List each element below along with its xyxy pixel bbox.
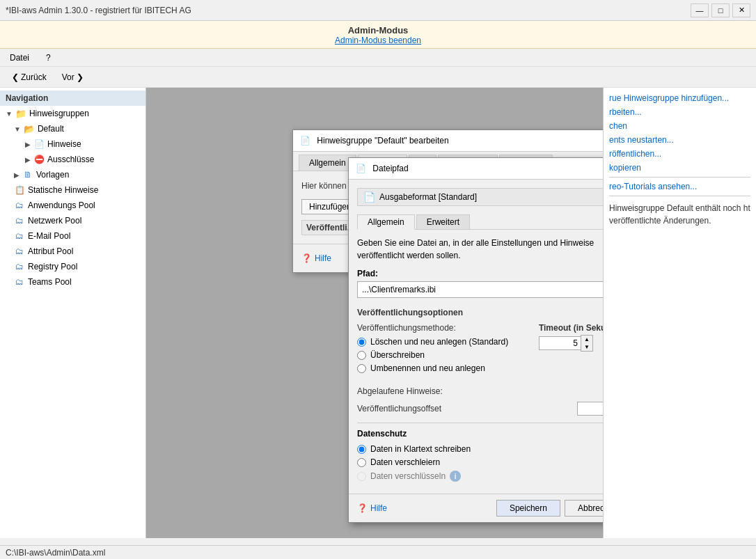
nav-label: Attribut Pool: [28, 246, 73, 256]
radio-umbenennen-input[interactable]: [357, 364, 366, 373]
radio-umbenennen-label: Umbenennen und neu anlegen: [370, 363, 485, 373]
sidebar-item-anwendungs-pool[interactable]: 🗂 Anwendungs Pool: [0, 198, 145, 213]
radio-verschlusseln-input[interactable]: [357, 472, 366, 481]
rp-link-copy[interactable]: kopieren: [609, 163, 750, 173]
offset-input[interactable]: [577, 402, 603, 416]
help-label: Hilfe: [315, 253, 331, 263]
info-icon[interactable]: i: [450, 471, 461, 482]
file-dialog-cancel-button[interactable]: Abbrechen: [565, 500, 603, 517]
main-dialog-title-bar: 📄 Hinweisgruppe "Default" bearbeiten ✕: [293, 130, 603, 152]
publish-options-heading: Veröffentlichungsoptionen: [357, 308, 603, 317]
pool-icon: 🗂: [14, 230, 25, 242]
file-dialog-title-bar: 📄 Dateipfad ✕: [349, 158, 603, 180]
output-icon: 📄: [363, 191, 375, 203]
nav-label: E-Mail Pool: [28, 231, 70, 241]
rp-link-edit[interactable]: rbeiten...: [609, 107, 750, 117]
timeout-down-button[interactable]: ▼: [581, 343, 592, 351]
nav-label: Anwendungs Pool: [28, 200, 95, 210]
file-dialog-title-text: 📄 Dateipfad: [356, 164, 409, 173]
radio-verschleiern-input[interactable]: [357, 458, 366, 467]
dialog-title-label: Hinweisgruppe "Default" bearbeiten: [317, 136, 448, 145]
sidebar-item-ausschlusse[interactable]: ▶ ⛔ Ausschlüsse: [0, 152, 145, 167]
sidebar-item-email-pool[interactable]: 🗂 E-Mail Pool: [0, 228, 145, 244]
admin-mode-stop-link[interactable]: Admin-Modus beenden: [0, 36, 756, 45]
nav-panel: Navigation ▼ 📁 Hinweisgruppen ▼ 📂 Defaul…: [0, 88, 146, 538]
radio-ueberschreiben-input[interactable]: [357, 351, 366, 360]
rp-link-add[interactable]: rue Hinweisgruppe hinzufügen...: [609, 93, 750, 103]
minimize-button[interactable]: —: [691, 3, 709, 17]
sidebar-item-netzwerk-pool[interactable]: 🗂 Netzwerk Pool: [0, 213, 145, 228]
timeout-spinner-buttons: ▲ ▼: [581, 335, 593, 352]
rp-link-tutorials[interactable]: reo-Tutorials ansehen...: [609, 182, 750, 191]
file-dialog-help-link[interactable]: ❓ Hilfe: [357, 503, 387, 513]
sidebar-item-registry-pool[interactable]: 🗂 Registry Pool: [0, 259, 145, 274]
back-button[interactable]: ❮ Zurück: [6, 70, 53, 84]
close-button[interactable]: ✕: [732, 3, 750, 17]
output-format-label: Ausgabeformat [Standard]: [379, 192, 477, 202]
sidebar-item-default[interactable]: ▼ 📂 Default: [0, 121, 145, 136]
status-bar: C:\IBI-aws\Admin\Data.xml: [0, 545, 756, 559]
pool-icon: 🗂: [14, 246, 25, 257]
radio-ueberschreiben-label: Überschreiben: [370, 350, 425, 360]
radio-ueberschreiben: Überschreiben: [357, 350, 518, 360]
pool-icon: 🗂: [14, 276, 25, 288]
radio-loeschen-input[interactable]: [357, 338, 366, 347]
nav-label: Ausschlüsse: [47, 155, 94, 164]
sidebar-item-teams-pool[interactable]: 🗂 Teams Pool: [0, 274, 145, 290]
toolbar: ❮ Zurück Vor ❯: [0, 67, 756, 88]
forward-button[interactable]: Vor ❯: [56, 70, 90, 84]
menu-datei[interactable]: Datei: [6, 52, 33, 64]
inner-tab-erweitert[interactable]: Erweitert: [416, 214, 470, 229]
timeout-label: Timeout (in Sekunden):: [539, 323, 603, 333]
sidebar-item-hinweisgruppen[interactable]: ▼ 📁 Hinweisgruppen: [0, 106, 145, 121]
sidebar-item-hinweise[interactable]: ▶ 📄 Hinweise: [0, 136, 145, 152]
exclude-icon: ⛔: [33, 154, 45, 165]
rp-link-delete[interactable]: chen: [609, 121, 750, 131]
radio-verschleiern-label: Daten verschleiern: [370, 457, 440, 467]
radio-klartext: Daten in Klartext schreiben: [357, 444, 603, 454]
sidebar-item-vorlagen[interactable]: ▶ 🗎 Vorlagen: [0, 167, 145, 182]
radio-klartext-input[interactable]: [357, 445, 366, 454]
maximize-button[interactable]: □: [711, 3, 730, 17]
nav-label: Statische Hinweise: [28, 185, 98, 195]
expand-icon: ▶: [14, 171, 19, 179]
static-icon: 📋: [14, 184, 25, 196]
path-label: Pfad:: [357, 269, 603, 278]
radio-verschleiern: Daten verschleiern: [357, 457, 603, 467]
expand-icon: ▶: [25, 141, 31, 148]
nav-label: Hinweise: [47, 139, 81, 149]
forward-arrow-icon: ❯: [77, 72, 84, 82]
nav-label: Teams Pool: [28, 277, 72, 287]
datenschutz-heading: Datenschutz: [357, 429, 603, 439]
options-col-left: Veröffentlichungsmethode: Löschen und ne…: [357, 323, 518, 377]
folder-icon: 📂: [24, 123, 35, 134]
window-controls: — □ ✕: [691, 3, 750, 17]
main-dialog-help-link[interactable]: ❓ Hilfe: [301, 253, 331, 263]
main-dialog-title-text: 📄 Hinweisgruppe "Default" bearbeiten: [300, 136, 449, 145]
menu-help[interactable]: ?: [42, 52, 55, 64]
output-format-bar: 📄 Ausgabeformat [Standard]: [357, 188, 603, 206]
path-input[interactable]: [357, 281, 603, 298]
file-dialog-description: Geben Sie eine Datei an, in der alle Ein…: [357, 237, 603, 262]
offset-row: Veröffentlichungsoffset ▲ ▼: [357, 400, 603, 417]
file-dialog-footer: ❓ Hilfe Speichern Abbrechen: [349, 494, 603, 522]
radio-verschlusseln: Daten verschlüsseln i: [357, 471, 603, 482]
title-bar: *IBI-aws Admin 1.30.0 - registriert für …: [0, 0, 756, 21]
sidebar-item-attribut-pool[interactable]: 🗂 Attribut Pool: [0, 244, 145, 259]
inner-tab-allgemein[interactable]: Allgemein: [357, 214, 415, 230]
rp-link-restart[interactable]: ents neustarten...: [609, 135, 750, 145]
file-dialog-save-button[interactable]: Speichern: [496, 500, 560, 517]
pool-icon: 🗂: [14, 261, 25, 272]
sidebar-item-statische-hinweise[interactable]: 📋 Statische Hinweise: [0, 182, 145, 198]
nav-header: Navigation: [0, 90, 145, 106]
expand-icon: ▼: [14, 125, 21, 133]
admin-mode-title: Admin-Modus: [0, 25, 756, 36]
timeout-input[interactable]: [539, 336, 581, 350]
timeout-up-button[interactable]: ▲: [581, 336, 592, 343]
right-panel-info: Hinweisgruppe Default enthält noch ht ve…: [609, 202, 750, 227]
rp-link-publish[interactable]: röffentlichen...: [609, 149, 750, 159]
help-icon: ❓: [357, 503, 368, 513]
file-dialog-footer-buttons: Speichern Abbrechen: [496, 500, 603, 517]
pool-icon: 🗂: [14, 215, 25, 226]
nav-label: Registry Pool: [28, 262, 77, 271]
